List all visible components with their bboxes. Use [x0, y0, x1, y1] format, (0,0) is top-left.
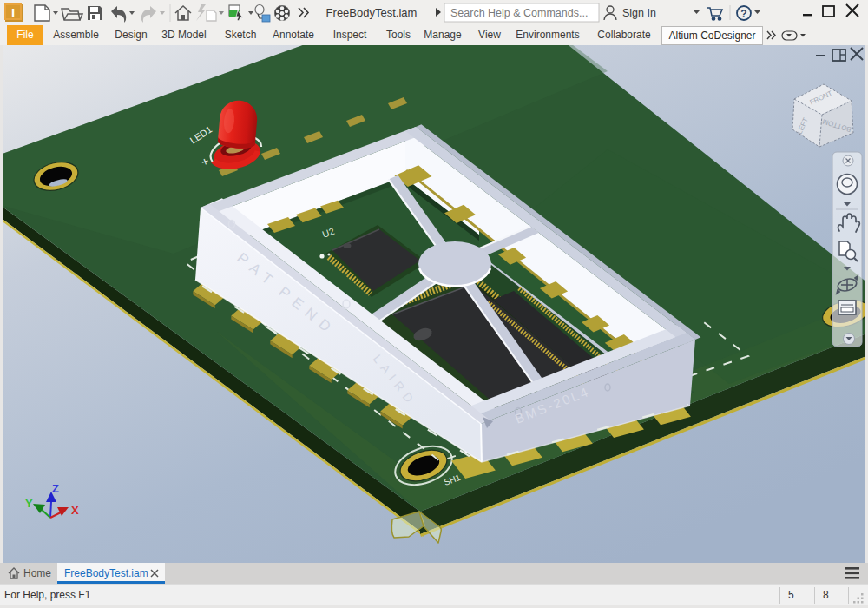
svg-text:Z: Z [52, 482, 59, 495]
svg-text:I: I [11, 5, 15, 20]
svg-text:FreeBodyTest.iam: FreeBodyTest.iam [64, 567, 148, 579]
svg-text:FreeBodyTest.iam: FreeBodyTest.iam [326, 6, 418, 19]
svg-text:Sign In: Sign In [622, 7, 656, 19]
svg-text:Search Help & Commands...: Search Help & Commands... [450, 7, 588, 19]
svg-text:X: X [71, 504, 79, 517]
svg-text:Y: Y [25, 497, 33, 510]
svg-text:?: ? [740, 8, 746, 20]
svg-text:Home: Home [23, 567, 51, 579]
